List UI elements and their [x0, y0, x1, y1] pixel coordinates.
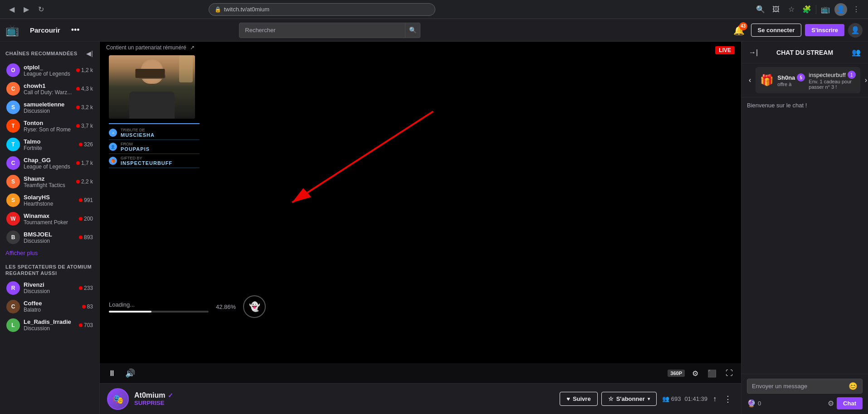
- recommended-header-text: CHAÎNES RECOMMANDÉES: [5, 51, 78, 56]
- channel-info: Coffee Balatro: [24, 300, 78, 313]
- gift-recipient-message: Env. 1 cadeau pour passer n° 3 !: [809, 79, 855, 90]
- theatre-mode-button[interactable]: ⬛: [706, 367, 718, 380]
- live-dot-icon: [79, 236, 83, 239]
- loading-bar-background: [109, 311, 209, 313]
- chat-collapse-button[interactable]: →|: [747, 47, 760, 58]
- also-watching-text: LES SPECTATEURS DE ATOMIUMREGARDENT AUSS…: [5, 264, 92, 276]
- browse-button[interactable]: Parcourir: [26, 24, 64, 36]
- player-label-3: GIFTED BY: [121, 156, 172, 160]
- streamer-stats: 👥 693 01:41:39 ↑ ⋮: [662, 392, 734, 406]
- notifications-button[interactable]: 🔔 43: [731, 22, 747, 39]
- channel-game: Balatro: [24, 307, 78, 313]
- channel-avatar: S: [6, 101, 20, 114]
- ghost-icon: 👻: [249, 301, 260, 312]
- sidebar-item[interactable]: R Rivenzi Discussion 233: [2, 279, 98, 297]
- gift-icon: 🎁: [760, 74, 774, 87]
- signup-button[interactable]: S'inscrire: [805, 24, 844, 36]
- channel-name: BMSJOEL: [24, 231, 75, 238]
- channel-viewers: 233: [79, 285, 93, 291]
- more-options-button[interactable]: ⋮: [722, 392, 734, 406]
- player-name-3: INSPECTEURBUFF: [121, 160, 172, 166]
- emoji-button[interactable]: 😊: [848, 382, 858, 390]
- channel-info: samueletienne Discussion: [24, 101, 73, 114]
- channel-info: Talmo Fortnite: [24, 138, 75, 151]
- channel-info: otplol_ League of Legends: [24, 64, 73, 77]
- back-button[interactable]: ◀: [5, 3, 18, 16]
- chat-settings-button[interactable]: ⚙: [828, 399, 834, 408]
- reload-button[interactable]: ↻: [34, 3, 47, 16]
- sidebar-item[interactable]: S SolaryHS Hearthstone 991: [2, 191, 98, 209]
- search-bar: 🔍: [239, 23, 420, 38]
- follow-button[interactable]: ♥ Suivre: [560, 392, 597, 406]
- gift-card: 🎁 Sh0na 5 offre à inspecteurbuff: [756, 67, 860, 93]
- points-value: 0: [758, 400, 761, 407]
- signin-button[interactable]: Se connecter: [751, 24, 802, 37]
- sidebar-item[interactable]: C Chap_GG League of Legends 1,7 k: [2, 154, 98, 172]
- address-bar[interactable]: 🔒 twitch.tv/at0mium: [209, 3, 435, 16]
- stream-overlay: ⚔ TRIBUTE DE MUSCIESHA 👤 FROM: [109, 55, 200, 168]
- chat-send-button[interactable]: Chat: [837, 397, 863, 409]
- gift-nav-right-button[interactable]: ›: [863, 74, 868, 86]
- extensions-button[interactable]: 🧩: [800, 3, 813, 16]
- fullscreen-button[interactable]: ⛶: [724, 367, 735, 379]
- thumbnail-inner: [109, 55, 195, 119]
- settings-button[interactable]: ⚙: [690, 367, 700, 380]
- chat-messages: Bienvenue sur le chat !: [741, 97, 868, 374]
- sidebar-item[interactable]: S samueletienne Discussion 3,2 k: [2, 98, 98, 116]
- forward-button[interactable]: ▶: [20, 3, 33, 16]
- loading-text: Loading...: [109, 301, 135, 308]
- channel-avatar: T: [6, 119, 20, 133]
- sponsored-arrow-icon: ↗: [190, 44, 195, 51]
- sidebar-item[interactable]: C chowh1 Call of Duty: Warz... 4,3 k: [2, 80, 98, 98]
- nav-more-button[interactable]: •••: [69, 24, 82, 37]
- gift-notification-area: ‹ 🎁 Sh0na 5 offre à inspec: [741, 63, 868, 97]
- gift-nav-left-button[interactable]: ‹: [747, 74, 753, 86]
- share-button[interactable]: ↑: [711, 393, 718, 405]
- sidebar-item[interactable]: T Talmo Fortnite 326: [2, 135, 98, 154]
- channel-viewers: 703: [79, 322, 93, 328]
- video-screen[interactable]: ⚔ TRIBUTE DE MUSCIESHA 👤 FROM: [100, 42, 741, 363]
- profile-browser-button[interactable]: 👤: [834, 3, 847, 16]
- sidebar-item[interactable]: W Winamax Tournament Poker 200: [2, 210, 98, 228]
- chat-input[interactable]: [752, 383, 845, 390]
- sidebar-collapse-button[interactable]: ◀|: [85, 49, 94, 58]
- follow-label: Suivre: [573, 395, 591, 402]
- sidebar-item[interactable]: C Coffee Balatro 83: [2, 298, 98, 316]
- sidebar-item[interactable]: O otplol_ League of Legends 1,2 k: [2, 61, 98, 79]
- loading-icon: 👻: [243, 295, 266, 318]
- video-controls: ⏸ 🔊 360P ⚙ ⬛ ⛶: [100, 363, 741, 383]
- live-dot-icon: [76, 180, 80, 183]
- chat-sidebar: →| CHAT DU STREAM 👥 ‹ 🎁 Sh0na 5 offre à: [741, 42, 868, 414]
- channel-avatar: C: [6, 156, 20, 170]
- zoom-button[interactable]: 🔍: [754, 3, 767, 16]
- twitch-logo[interactable]: 📺: [5, 24, 19, 37]
- channel-avatar: R: [6, 281, 20, 295]
- sidebar-item[interactable]: T Tonton Ryse: Son of Rome 3,7 k: [2, 117, 98, 135]
- channel-game: Discussion: [24, 325, 75, 332]
- cast-button[interactable]: 📺: [819, 3, 832, 16]
- main-content: Contient un partenariat rémunéré ↗ LIVE: [100, 42, 741, 414]
- chat-users-button[interactable]: 👥: [850, 46, 863, 58]
- no-image-button[interactable]: 🖼: [770, 3, 782, 16]
- gift-subtext-line1: Env. 1 cadeau pour: [809, 79, 852, 84]
- channel-info: Rivenzi Discussion: [24, 281, 75, 294]
- sponsored-bar: Contient un partenariat rémunéré ↗: [100, 42, 741, 53]
- pause-button[interactable]: ⏸: [106, 367, 118, 380]
- bookmark-button[interactable]: ☆: [785, 3, 798, 16]
- live-dot-icon: [79, 323, 83, 327]
- profile-button[interactable]: 👤: [848, 23, 863, 38]
- sidebar-item[interactable]: S Shaunz Teamfight Tactics 2,2 k: [2, 173, 98, 191]
- sidebar-item[interactable]: L Le_Radis_Irradie Discussion 703: [2, 316, 98, 334]
- player-icon-3: 🎁: [109, 157, 117, 165]
- channel-avatar: O: [6, 63, 20, 77]
- show-more-button[interactable]: Afficher plus: [0, 247, 99, 259]
- volume-button[interactable]: 🔊: [123, 366, 137, 380]
- channel-game: Teamfight Tactics: [24, 182, 73, 188]
- subscribe-button[interactable]: ☆ S'abonner ▾: [601, 392, 657, 406]
- search-button[interactable]: 🔍: [405, 23, 420, 38]
- sidebar-item[interactable]: B BMSJOEL Discussion 893: [2, 228, 98, 246]
- channel-viewers: 2,2 k: [76, 178, 93, 185]
- search-input[interactable]: [239, 23, 405, 38]
- live-dot-icon: [76, 68, 80, 72]
- menu-button[interactable]: ⋮: [850, 3, 863, 16]
